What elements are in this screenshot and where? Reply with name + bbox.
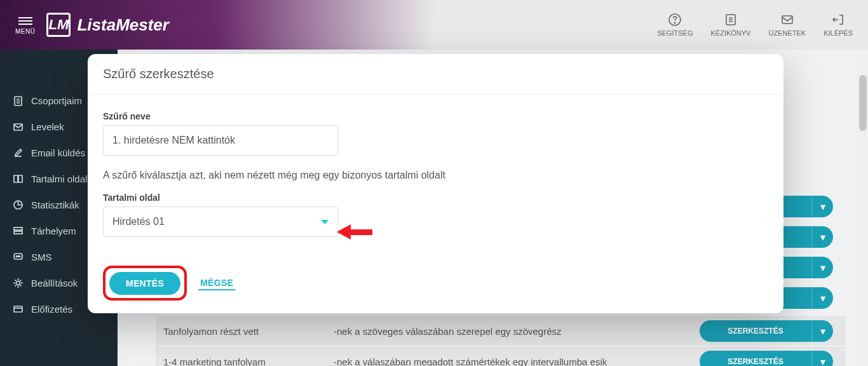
svg-rect-8 [14,231,22,234]
logo-wordmark: ListaMester [77,15,169,35]
bg-row-desc: -nek a válaszában megadott számértékek e… [334,356,607,366]
storage-icon [13,226,24,236]
svg-point-10 [16,256,17,257]
gear-icon [13,278,24,288]
chevron-down-icon: ▾ [811,320,833,342]
sidebar-item-label: Beállítások [31,278,78,288]
content-page-label: Tartalmi oldal [103,193,768,203]
help-icon [668,13,682,27]
bg-row-desc: -nek a szöveges válaszában szerepel egy … [334,326,562,337]
header-logout-button[interactable]: KILÉPÉS [824,13,853,37]
annotation-arrow-icon [337,224,372,240]
header-manual-button[interactable]: KÉZIKÖNYV [710,13,750,37]
header-manual-label: KÉZIKÖNYV [710,29,750,37]
caret-down-icon [321,220,329,224]
hamburger-menu-button[interactable]: MENÜ [15,15,35,35]
clipboard-icon [13,95,24,106]
svg-rect-3 [782,16,792,24]
bg-row-name: Tanfolyamon részt vett [163,326,259,337]
bg-row-name: 1-4 marketing tanfolyam [163,356,266,366]
svg-point-13 [17,281,20,285]
header-help-button[interactable]: SEGÍTSÉG [657,13,693,37]
sidebar-item-label: Előfizetés [31,304,72,315]
sms-icon [13,252,24,262]
logo-mark-icon: LM [46,13,71,37]
chevron-down-icon: ▾ [811,196,833,217]
hamburger-icon [18,15,32,27]
scrollbar-thumb[interactable] [859,75,867,131]
chevron-down-icon: ▾ [811,257,833,278]
filter-name-label: Szűrő neve [103,111,768,121]
sidebar-item-label: SMS [31,252,52,262]
filter-edit-modal: Szűrő szerkesztése Szűrő neve A szűrő ki… [88,54,783,313]
edit-row-label: SZERKESZTÉS [700,327,811,336]
header-help-label: SEGÍTSÉG [657,29,693,37]
modal-title: Szűrő szerkesztése [88,54,783,95]
brand-logo[interactable]: LM ListaMester [46,13,169,37]
pie-chart-icon [13,200,24,210]
mail-icon [13,121,24,132]
header-messages-button[interactable]: ÜZENETEK [768,13,806,37]
sidebar-item-label: Csoportjaim [31,95,82,106]
app-header: MENÜ LM ListaMester SEGÍTSÉG KÉZIKÖNYV Ü… [0,0,868,50]
filter-help-text: A szűrő kiválasztja azt, aki nem nézett … [103,170,768,181]
svg-rect-7 [14,227,22,230]
svg-point-12 [19,256,20,257]
svg-rect-14 [14,306,22,312]
card-icon [13,304,24,315]
hamburger-menu-label: MENÜ [15,28,35,35]
header-messages-label: ÜZENETEK [768,29,806,37]
vertical-scrollbar[interactable] [858,50,868,366]
content-page-select[interactable]: Hirdetés 01 [103,207,338,237]
svg-point-1 [675,22,675,23]
chevron-down-icon: ▾ [811,287,833,309]
messages-icon [780,13,794,27]
sidebar-item-label: Tárhelyem [31,226,76,236]
edit-icon [13,147,24,158]
sidebar-item-label: Levelek [31,121,64,132]
edit-row-label: SZERKESZTÉS [700,357,811,366]
content-page-selected-value: Hirdetés 01 [112,216,165,227]
cancel-button[interactable]: MÉGSE [198,276,235,290]
chevron-down-icon: ▾ [811,226,833,248]
save-button-highlight: MENTÉS [103,266,187,301]
logout-icon [831,13,845,27]
sidebar-item-label: Email küldés [31,147,85,158]
save-button[interactable]: MENTÉS [109,272,180,295]
sidebar-item-label: Statisztikák [31,200,79,210]
svg-point-11 [18,256,19,257]
edit-row-button[interactable]: SZERKESZTÉS ▾ [700,320,833,342]
manual-icon [724,13,738,27]
chevron-down-icon: ▾ [811,351,833,366]
edit-row-button[interactable]: SZERKESZTÉS ▾ [700,351,833,366]
header-logout-label: KILÉPÉS [824,29,853,37]
book-icon [13,173,24,184]
filter-name-input[interactable] [103,125,338,156]
